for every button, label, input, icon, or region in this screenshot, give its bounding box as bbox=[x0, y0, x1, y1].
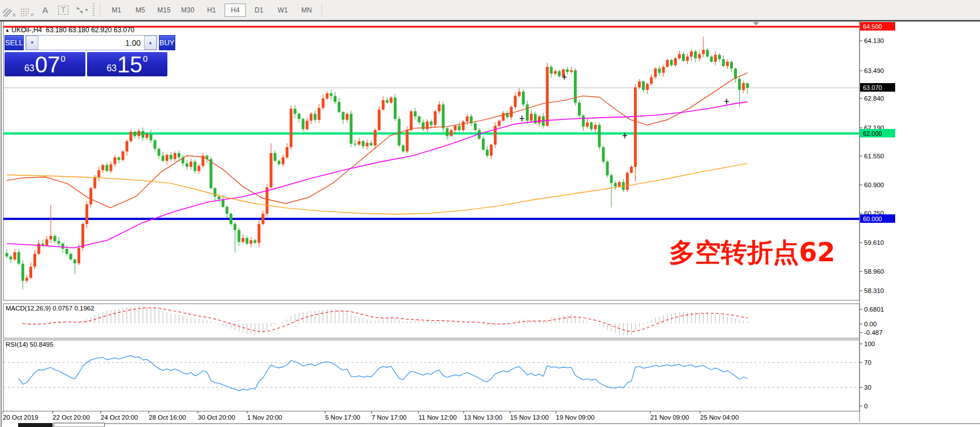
volume-decrease-button[interactable]: ▼ bbox=[26, 36, 38, 50]
sell-price-sup: 0 bbox=[61, 54, 65, 63]
timeframe-button-group: M1M5M15M30H1H4D1W1MN bbox=[105, 3, 318, 17]
timeframe-button-D1[interactable]: D1 bbox=[248, 3, 270, 17]
time-axis: 20 Oct 201922 Oct 20:0024 Oct 20:0028 Oc… bbox=[3, 411, 739, 421]
svg-text:63.490: 63.490 bbox=[864, 67, 884, 74]
symbol-marker-icon: ▲ bbox=[5, 28, 10, 33]
svg-text:64.500: 64.500 bbox=[863, 23, 882, 30]
volume-input[interactable] bbox=[38, 36, 144, 50]
chevron-down-icon: ▾ bbox=[85, 7, 88, 12]
main-toolbar: E F A T ▾ M1M5M15M30H1H4D1W1MN bbox=[0, 0, 980, 20]
svg-text:70: 70 bbox=[864, 359, 871, 366]
macd-indicator-label: MACD(12,26,9) 0.0757 0.1962 bbox=[6, 305, 94, 312]
svg-text:1 Nov 20:00: 1 Nov 20:00 bbox=[247, 414, 282, 421]
panel-frames bbox=[1, 20, 860, 427]
fibonacci-icon bbox=[20, 7, 31, 18]
caret-down-icon: ▼ bbox=[30, 40, 34, 45]
svg-text:61.550: 61.550 bbox=[864, 153, 884, 159]
text-label-tool[interactable]: A bbox=[37, 3, 53, 18]
timeframe-button-M5[interactable]: M5 bbox=[129, 3, 151, 17]
svg-text:11 Nov 12:00: 11 Nov 12:00 bbox=[418, 414, 457, 421]
arrows-icon bbox=[75, 6, 84, 14]
one-click-trading-panel: SELL ▼ ▲ BUY 63 07 0 63 15 0 bbox=[5, 35, 167, 76]
text-box-icon: T bbox=[58, 6, 68, 15]
chart-annotation: 多空转折点62 bbox=[669, 235, 835, 270]
tool-sub-label: E bbox=[13, 12, 16, 18]
svg-text:58.960: 58.960 bbox=[864, 268, 884, 275]
timeframe-button-H4[interactable]: H4 bbox=[225, 3, 246, 17]
text-box-tool[interactable]: T bbox=[55, 3, 71, 18]
svg-text:59.610: 59.610 bbox=[864, 239, 884, 246]
rsi-indicator-label: RSI(14) 50.8495 bbox=[6, 341, 53, 348]
ma-slow-line bbox=[7, 163, 748, 214]
timeframe-button-M1[interactable]: M1 bbox=[106, 3, 127, 17]
timeframe-button-M15[interactable]: M15 bbox=[153, 3, 175, 17]
svg-text:62.840: 62.840 bbox=[864, 95, 884, 102]
tool-sub-label: F bbox=[31, 12, 34, 18]
volume-stepper: ▼ ▲ bbox=[25, 35, 157, 50]
arrows-tool[interactable]: ▾ bbox=[74, 3, 89, 18]
buy-price-main: 15 bbox=[117, 53, 143, 76]
buy-price-sup: 0 bbox=[143, 54, 148, 63]
caret-up-icon: ▲ bbox=[148, 40, 153, 45]
svg-text:100: 100 bbox=[864, 340, 875, 347]
ohlc-values: 63.180 63.180 62.920 63.070 bbox=[46, 26, 135, 34]
price-axis: 64.50064.13063.49063.07062.84062.19062.0… bbox=[860, 22, 895, 409]
toolbar-separator bbox=[322, 3, 323, 17]
macd-signal-line bbox=[23, 308, 748, 331]
svg-text:28 Oct 16:00: 28 Oct 16:00 bbox=[149, 414, 186, 421]
svg-text:24 Oct 20:00: 24 Oct 20:00 bbox=[101, 414, 138, 421]
svg-text:0.6801: 0.6801 bbox=[864, 306, 884, 313]
toolbar-grip bbox=[93, 3, 94, 17]
svg-text:20 Oct 2019: 20 Oct 2019 bbox=[3, 414, 38, 421]
svg-text:60.000: 60.000 bbox=[863, 215, 882, 222]
svg-text:0: 0 bbox=[864, 403, 867, 409]
svg-text:19 Nov 09:00: 19 Nov 09:00 bbox=[556, 414, 594, 421]
svg-text:15 Nov 13:00: 15 Nov 13:00 bbox=[510, 414, 549, 421]
chart-symbol-ohlc: ▲ UKOil-,H4 63.180 63.180 62.920 63.070 bbox=[5, 26, 135, 34]
svg-text:21 Nov 09:00: 21 Nov 09:00 bbox=[650, 414, 689, 421]
sell-price-panel[interactable]: 63 07 0 bbox=[5, 52, 85, 76]
buy-button[interactable]: BUY bbox=[159, 35, 175, 50]
fibonacci-tool-icon[interactable]: F bbox=[19, 3, 35, 18]
text-label-icon: A bbox=[42, 5, 49, 15]
volume-increase-button[interactable]: ▲ bbox=[144, 36, 157, 50]
sell-price-main: 07 bbox=[35, 53, 61, 76]
svg-text:30: 30 bbox=[864, 384, 871, 391]
sell-button[interactable]: SELL bbox=[5, 35, 24, 50]
buy-price-prefix: 63 bbox=[106, 63, 116, 74]
svg-text:62.000: 62.000 bbox=[863, 130, 882, 137]
macd-indicator bbox=[7, 306, 748, 335]
symbol-title: UKOil-,H4 bbox=[11, 26, 42, 34]
rsi-line bbox=[19, 356, 748, 391]
timeframe-button-W1[interactable]: W1 bbox=[272, 3, 293, 17]
buy-button-label: BUY bbox=[159, 38, 175, 47]
bottom-strip bbox=[18, 423, 980, 427]
timeframe-button-MN[interactable]: MN bbox=[296, 3, 317, 17]
svg-text:5 Nov 17:00: 5 Nov 17:00 bbox=[325, 414, 360, 421]
rsi-indicator bbox=[3, 356, 860, 391]
svg-text:63.070: 63.070 bbox=[863, 84, 882, 91]
svg-text:-0.487: -0.487 bbox=[864, 329, 883, 336]
sell-button-label: SELL bbox=[5, 38, 23, 47]
timeframe-button-M30[interactable]: M30 bbox=[177, 3, 198, 17]
svg-text:30 Oct 20:00: 30 Oct 20:00 bbox=[198, 414, 235, 421]
svg-text:22 Oct 20:00: 22 Oct 20:00 bbox=[53, 414, 90, 421]
svg-text:7 Nov 17:00: 7 Nov 17:00 bbox=[372, 414, 407, 421]
svg-text:0.00: 0.00 bbox=[864, 321, 877, 327]
sell-price-prefix: 63 bbox=[24, 63, 34, 74]
svg-text:64.130: 64.130 bbox=[864, 37, 884, 44]
pitchfork-icon bbox=[2, 7, 12, 18]
timeframe-button-H1[interactable]: H1 bbox=[201, 3, 222, 17]
pitchfork-tool-icon[interactable]: E bbox=[1, 3, 17, 18]
svg-text:58.310: 58.310 bbox=[864, 287, 884, 294]
svg-text:25 Nov 04:00: 25 Nov 04:00 bbox=[700, 414, 739, 421]
svg-text:13 Nov 13:00: 13 Nov 13:00 bbox=[464, 414, 502, 421]
svg-text:60.900: 60.900 bbox=[864, 182, 884, 188]
buy-price-panel[interactable]: 63 15 0 bbox=[87, 52, 168, 76]
toolbar-separator bbox=[100, 3, 101, 17]
